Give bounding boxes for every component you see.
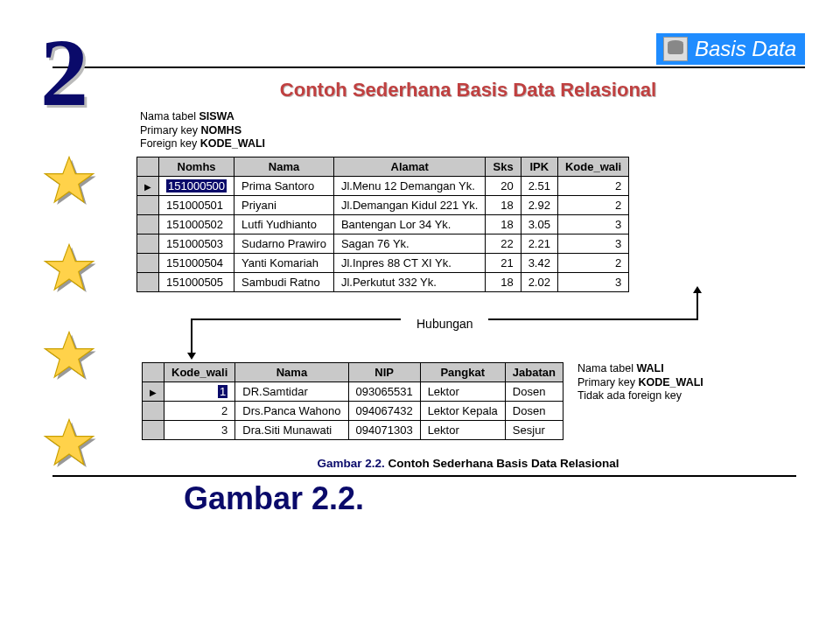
cell: Jl.Perkutut 332 Yk. <box>333 272 486 291</box>
row-selector <box>143 401 164 420</box>
svg-marker-7 <box>45 419 93 465</box>
cell: Jl.Inpres 88 CT XI Yk. <box>333 253 486 272</box>
column-header: Kode_wali <box>557 157 628 176</box>
column-header: IPK <box>521 157 557 176</box>
row-selector <box>137 234 159 253</box>
header-bar: Basis Data <box>52 33 805 68</box>
figure-label-large: Gambar 2.2. <box>184 480 805 517</box>
arrow-up-icon <box>696 292 698 318</box>
chapter-number: 2 <box>40 30 88 116</box>
cell: Drs.Panca Wahono <box>235 401 348 420</box>
column-header: Nama <box>235 362 348 382</box>
page-heading: Contoh Sederhana Basis Data Relasional <box>131 79 805 102</box>
cell: 2.51 <box>521 176 557 195</box>
row-selector <box>137 272 159 291</box>
cell: 2.92 <box>521 195 557 214</box>
cell: 093065531 <box>348 382 420 401</box>
column-header: NIP <box>348 362 420 382</box>
row-selector <box>137 176 159 195</box>
star-icon <box>46 158 98 210</box>
table-row: 151000501PriyaniJl.Demangan Kidul 221 Yk… <box>137 195 629 214</box>
cell: Lektor <box>420 420 505 439</box>
cell: 151000505 <box>159 272 234 291</box>
cell: Lektor <box>420 382 505 401</box>
table-row: 2Drs.Panca Wahono094067432Lektor KepalaD… <box>143 401 564 420</box>
row-selector <box>143 382 164 401</box>
cell: 151000502 <box>159 214 234 234</box>
cell: Prima Santoro <box>234 176 334 195</box>
cell: Lutfi Yudhianto <box>234 214 334 234</box>
cell: 151000500 <box>159 176 234 195</box>
table-row: 151000505Sambudi RatnoJl.Perkutut 332 Yk… <box>137 272 629 291</box>
cell: 3 <box>164 420 235 439</box>
header-title: Basis Data <box>695 37 796 61</box>
table2-meta: Nama tabel WALI Primary key KODE_WALI Ti… <box>578 362 704 403</box>
cell: Dosen <box>505 401 563 420</box>
cell: 2 <box>557 253 628 272</box>
column-header: Sks <box>486 157 521 176</box>
cell: Sesjur <box>505 420 563 439</box>
column-header: Alamat <box>333 157 486 176</box>
figure-caption: Gambar 2.2. Contoh Sederhana Basis Data … <box>131 456 805 473</box>
star-icon <box>46 245 98 298</box>
cell: 22 <box>486 234 521 253</box>
cell: 3.05 <box>521 214 557 234</box>
cell: 18 <box>486 195 521 214</box>
row-selector <box>143 420 164 439</box>
svg-marker-3 <box>45 244 93 290</box>
star-column <box>46 158 103 508</box>
svg-marker-1 <box>45 157 93 202</box>
relation-line <box>191 318 401 320</box>
svg-marker-5 <box>45 332 93 377</box>
cell: 3 <box>557 272 628 291</box>
table-siswa: NomhsNamaAlamatSksIPKKode_wali151000500P… <box>136 157 629 292</box>
star-icon <box>46 332 98 385</box>
table1-meta: Nama tabel SISWA Primary key NOMHS Forei… <box>140 110 805 151</box>
cell: 1 <box>164 382 235 401</box>
row-selector <box>137 214 159 234</box>
star-icon <box>46 420 98 472</box>
column-header: Nama <box>234 157 334 176</box>
cell: 3 <box>557 214 628 234</box>
cell: 151000501 <box>159 195 234 214</box>
divider <box>52 475 796 477</box>
cell: Sagan 76 Yk. <box>333 234 486 253</box>
cell: Jl.Menu 12 Demangan Yk. <box>333 176 486 195</box>
row-selector <box>137 253 159 272</box>
cell: Dosen <box>505 382 563 401</box>
cell: 2.21 <box>521 234 557 253</box>
table-wali: Kode_waliNamaNIPPangkatJabatan1DR.Samtid… <box>142 362 564 440</box>
cell: Yanti Komariah <box>234 253 334 272</box>
cell: 094071303 <box>348 420 420 439</box>
cell: Bantengan Lor 34 Yk. <box>333 214 486 234</box>
row-selector <box>137 195 159 214</box>
cell: 094067432 <box>348 401 420 420</box>
table-row: 3Dra.Siti Munawati094071303LektorSesjur <box>143 420 564 439</box>
table-row: 151000504Yanti KomariahJl.Inpres 88 CT X… <box>137 253 629 272</box>
cell: DR.Samtidar <box>235 382 348 401</box>
cell: Priyani <box>234 195 334 214</box>
cell: Sambudi Ratno <box>234 272 334 291</box>
cell: Jl.Demangan Kidul 221 Yk. <box>333 195 486 214</box>
cell: 21 <box>486 253 521 272</box>
cell: 18 <box>486 272 521 291</box>
column-header: Kode_wali <box>164 362 235 382</box>
cell: 2 <box>164 401 235 420</box>
relation-diagram: Hubungan <box>136 292 805 362</box>
cell: 2 <box>557 195 628 214</box>
cell: 151000503 <box>159 234 234 253</box>
cell: 3.42 <box>521 253 557 272</box>
cell: Lektor Kepala <box>420 401 505 420</box>
cell: 20 <box>486 176 521 195</box>
cell: Dra.Siti Munawati <box>235 420 348 439</box>
content-area: Contoh Sederhana Basis Data Relasional N… <box>131 79 805 517</box>
cell: Sudarno Prawiro <box>234 234 334 253</box>
cell: 2 <box>557 176 628 195</box>
table-row: 1DR.Samtidar093065531LektorDosen <box>143 382 564 401</box>
table-row: 151000503Sudarno PrawiroSagan 76 Yk.222.… <box>137 234 629 253</box>
database-icon <box>663 37 688 61</box>
column-header: Pangkat <box>420 362 505 382</box>
cell: 18 <box>486 214 521 234</box>
relation-line <box>488 318 698 320</box>
column-header: Nomhs <box>159 157 234 176</box>
